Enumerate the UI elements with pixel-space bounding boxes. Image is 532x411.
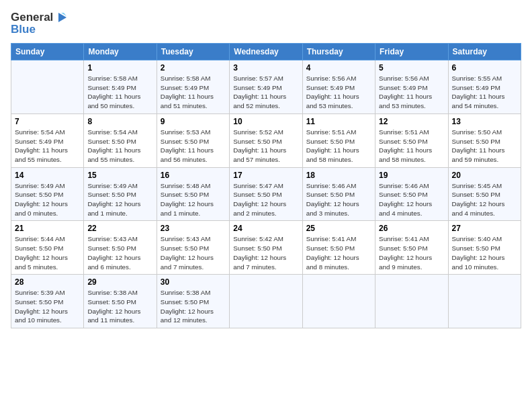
day-number: 13 [452,117,517,126]
day-number: 7 [15,117,80,126]
day-info: Sunrise: 5:50 AM Sunset: 5:50 PM Dayligh… [452,128,517,165]
weekday-header: Thursday [302,44,375,60]
weekday-header: Saturday [448,44,521,60]
page-header: General Blue [11,11,521,36]
day-number: 4 [306,63,371,73]
day-info: Sunrise: 5:51 AM Sunset: 5:50 PM Dayligh… [379,128,444,165]
day-number: 25 [306,224,371,233]
weekday-header: Tuesday [157,44,229,60]
calendar-cell: 6Sunrise: 5:55 AM Sunset: 5:49 PM Daylig… [448,60,521,114]
logo: General Blue [11,11,68,36]
day-number: 22 [87,224,152,233]
day-number: 30 [161,277,226,287]
day-info: Sunrise: 5:38 AM Sunset: 5:50 PM Dayligh… [161,288,226,325]
day-info: Sunrise: 5:56 AM Sunset: 5:49 PM Dayligh… [379,74,444,111]
day-info: Sunrise: 5:49 AM Sunset: 5:50 PM Dayligh… [15,181,80,218]
day-number: 6 [452,63,517,73]
calendar-cell: 4Sunrise: 5:56 AM Sunset: 5:49 PM Daylig… [302,60,375,114]
day-number: 24 [233,224,298,233]
day-number: 15 [87,171,152,180]
calendar-cell: 28Sunrise: 5:39 AM Sunset: 5:50 PM Dayli… [11,275,84,328]
calendar-cell: 22Sunrise: 5:43 AM Sunset: 5:50 PM Dayli… [84,221,157,275]
day-number: 11 [306,117,371,126]
day-info: Sunrise: 5:42 AM Sunset: 5:50 PM Dayligh… [233,234,298,271]
calendar-cell: 27Sunrise: 5:40 AM Sunset: 5:50 PM Dayli… [448,221,521,275]
day-number: 29 [87,277,152,287]
calendar-cell: 15Sunrise: 5:49 AM Sunset: 5:50 PM Dayli… [84,167,157,221]
calendar-cell: 26Sunrise: 5:41 AM Sunset: 5:50 PM Dayli… [375,221,448,275]
day-info: Sunrise: 5:40 AM Sunset: 5:50 PM Dayligh… [452,234,517,271]
day-number: 23 [161,224,226,233]
calendar-cell [375,275,448,328]
calendar-cell: 14Sunrise: 5:49 AM Sunset: 5:50 PM Dayli… [11,167,84,221]
calendar-cell: 2Sunrise: 5:58 AM Sunset: 5:49 PM Daylig… [157,60,229,114]
calendar-cell: 21Sunrise: 5:44 AM Sunset: 5:50 PM Dayli… [11,221,84,275]
day-number: 28 [15,277,80,287]
day-number: 20 [452,171,517,180]
svg-marker-0 [58,13,66,22]
calendar-cell: 18Sunrise: 5:46 AM Sunset: 5:50 PM Dayli… [302,167,375,221]
day-number: 16 [161,171,226,180]
calendar-cell [230,275,302,328]
day-info: Sunrise: 5:54 AM Sunset: 5:50 PM Dayligh… [87,128,152,165]
day-number: 12 [379,117,444,126]
day-info: Sunrise: 5:58 AM Sunset: 5:49 PM Dayligh… [87,74,152,111]
day-number: 14 [15,171,80,180]
day-info: Sunrise: 5:52 AM Sunset: 5:50 PM Dayligh… [233,128,298,165]
weekday-header: Monday [84,44,157,60]
day-info: Sunrise: 5:46 AM Sunset: 5:50 PM Dayligh… [306,181,371,218]
calendar-cell [448,275,521,328]
calendar-cell: 10Sunrise: 5:52 AM Sunset: 5:50 PM Dayli… [230,113,302,167]
day-number: 19 [379,171,444,180]
calendar-cell [11,60,84,114]
day-info: Sunrise: 5:41 AM Sunset: 5:50 PM Dayligh… [306,234,371,271]
weekday-header: Sunday [11,44,84,60]
weekday-header: Friday [375,44,448,60]
calendar-cell: 23Sunrise: 5:43 AM Sunset: 5:50 PM Dayli… [157,221,229,275]
day-number: 9 [161,117,226,126]
day-number: 10 [233,117,298,126]
day-info: Sunrise: 5:48 AM Sunset: 5:50 PM Dayligh… [161,181,226,218]
day-number: 2 [161,63,226,73]
day-info: Sunrise: 5:54 AM Sunset: 5:49 PM Dayligh… [15,128,80,165]
calendar-cell: 29Sunrise: 5:38 AM Sunset: 5:50 PM Dayli… [84,275,157,328]
calendar-cell: 30Sunrise: 5:38 AM Sunset: 5:50 PM Dayli… [157,275,229,328]
day-info: Sunrise: 5:57 AM Sunset: 5:49 PM Dayligh… [233,74,298,111]
calendar-cell: 13Sunrise: 5:50 AM Sunset: 5:50 PM Dayli… [448,113,521,167]
day-info: Sunrise: 5:47 AM Sunset: 5:50 PM Dayligh… [233,181,298,218]
day-info: Sunrise: 5:44 AM Sunset: 5:50 PM Dayligh… [15,234,80,271]
day-info: Sunrise: 5:45 AM Sunset: 5:50 PM Dayligh… [452,181,517,218]
calendar-cell: 20Sunrise: 5:45 AM Sunset: 5:50 PM Dayli… [448,167,521,221]
calendar-cell: 19Sunrise: 5:46 AM Sunset: 5:50 PM Dayli… [375,167,448,221]
calendar-cell: 5Sunrise: 5:56 AM Sunset: 5:49 PM Daylig… [375,60,448,114]
calendar-cell: 16Sunrise: 5:48 AM Sunset: 5:50 PM Dayli… [157,167,229,221]
day-info: Sunrise: 5:55 AM Sunset: 5:49 PM Dayligh… [452,74,517,111]
day-number: 5 [379,63,444,73]
day-number: 1 [87,63,152,73]
day-info: Sunrise: 5:51 AM Sunset: 5:50 PM Dayligh… [306,128,371,165]
day-number: 18 [306,171,371,180]
calendar-cell: 11Sunrise: 5:51 AM Sunset: 5:50 PM Dayli… [302,113,375,167]
calendar-cell: 8Sunrise: 5:54 AM Sunset: 5:50 PM Daylig… [84,113,157,167]
calendar-cell: 7Sunrise: 5:54 AM Sunset: 5:49 PM Daylig… [11,113,84,167]
day-info: Sunrise: 5:49 AM Sunset: 5:50 PM Dayligh… [87,181,152,218]
calendar-table: SundayMondayTuesdayWednesdayThursdayFrid… [11,43,521,328]
day-info: Sunrise: 5:46 AM Sunset: 5:50 PM Dayligh… [379,181,444,218]
day-info: Sunrise: 5:58 AM Sunset: 5:49 PM Dayligh… [161,74,226,111]
day-number: 3 [233,63,298,73]
day-info: Sunrise: 5:56 AM Sunset: 5:49 PM Dayligh… [306,74,371,111]
day-info: Sunrise: 5:43 AM Sunset: 5:50 PM Dayligh… [87,234,152,271]
calendar-cell: 1Sunrise: 5:58 AM Sunset: 5:49 PM Daylig… [84,60,157,114]
day-info: Sunrise: 5:38 AM Sunset: 5:50 PM Dayligh… [87,288,152,325]
calendar-cell: 9Sunrise: 5:53 AM Sunset: 5:50 PM Daylig… [157,113,229,167]
day-info: Sunrise: 5:39 AM Sunset: 5:50 PM Dayligh… [15,288,80,325]
calendar-cell: 17Sunrise: 5:47 AM Sunset: 5:50 PM Dayli… [230,167,302,221]
day-info: Sunrise: 5:43 AM Sunset: 5:50 PM Dayligh… [161,234,226,271]
calendar-cell: 25Sunrise: 5:41 AM Sunset: 5:50 PM Dayli… [302,221,375,275]
calendar-cell: 12Sunrise: 5:51 AM Sunset: 5:50 PM Dayli… [375,113,448,167]
logo-bird-icon [54,11,68,24]
day-number: 27 [452,224,517,233]
calendar-cell [302,275,375,328]
day-info: Sunrise: 5:53 AM Sunset: 5:50 PM Dayligh… [161,128,226,165]
weekday-header: Wednesday [230,44,302,60]
